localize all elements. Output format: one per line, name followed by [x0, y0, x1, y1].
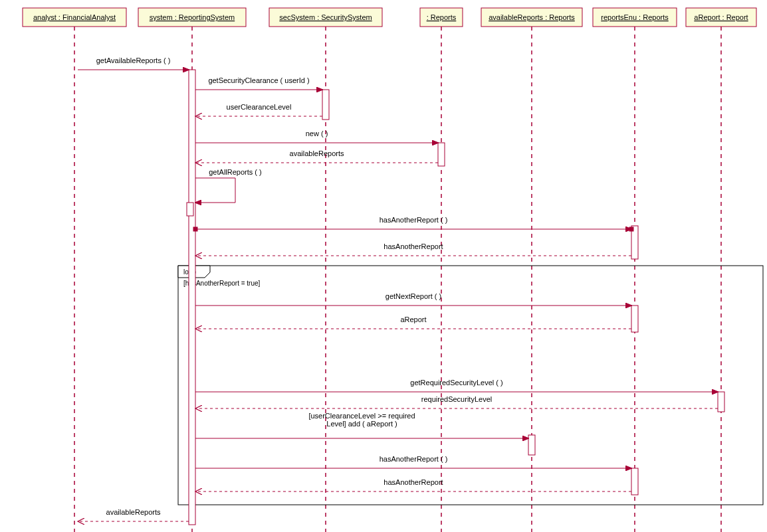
message-label: requiredSecurityLevel — [421, 395, 492, 403]
message-square-marker — [193, 227, 197, 231]
message-label: availableReports — [290, 149, 344, 157]
message-label: new ( ) — [306, 130, 328, 137]
self-message — [195, 178, 235, 203]
message-label: hasAnotherReport ( ) — [380, 216, 448, 224]
message-label: Level] add ( aReport ) — [326, 420, 397, 428]
lifeline-label: : Reports — [427, 13, 457, 21]
message-label: hasAnotherReport — [384, 478, 443, 486]
activation-bar — [322, 90, 329, 120]
message-label: availableReports — [106, 508, 161, 516]
message-label: getAvailableReports ( ) — [96, 56, 171, 64]
message-label: userClearanceLevel — [227, 103, 292, 111]
activation-bar — [189, 70, 195, 525]
activation-bar — [438, 143, 445, 166]
message-square-marker — [629, 227, 633, 231]
message-label: aReport — [400, 315, 426, 323]
lifeline-label: analyst : FinancialAnalyst — [33, 13, 116, 21]
lifeline-label: secSystem : SecuritySystem — [279, 13, 372, 21]
lifeline-label: system : ReportingSystem — [150, 13, 235, 21]
activation-bar — [528, 435, 535, 455]
message-label: getSecurityClearance ( userId ) — [208, 76, 309, 84]
message-label: getNextReport ( ) — [385, 292, 441, 300]
message-label: getRequiredSecurityLevel ( ) — [410, 379, 502, 387]
activation-bar — [187, 203, 193, 216]
self-message-label: getAllReports ( ) — [209, 168, 261, 176]
activation-bar — [631, 306, 638, 332]
lifeline-label: aReport : Report — [694, 13, 748, 21]
message-label: [userClearanceLevel >= required — [308, 412, 415, 420]
message-label: hasAnotherReport ( ) — [380, 455, 448, 463]
activation-bar — [631, 468, 638, 495]
message-label: hasAnotherReport — [384, 242, 443, 250]
lifeline-label: availableReports : Reports — [489, 13, 575, 21]
activation-bar — [718, 392, 724, 412]
lifeline-label: reportsEnu : Reports — [601, 13, 669, 21]
